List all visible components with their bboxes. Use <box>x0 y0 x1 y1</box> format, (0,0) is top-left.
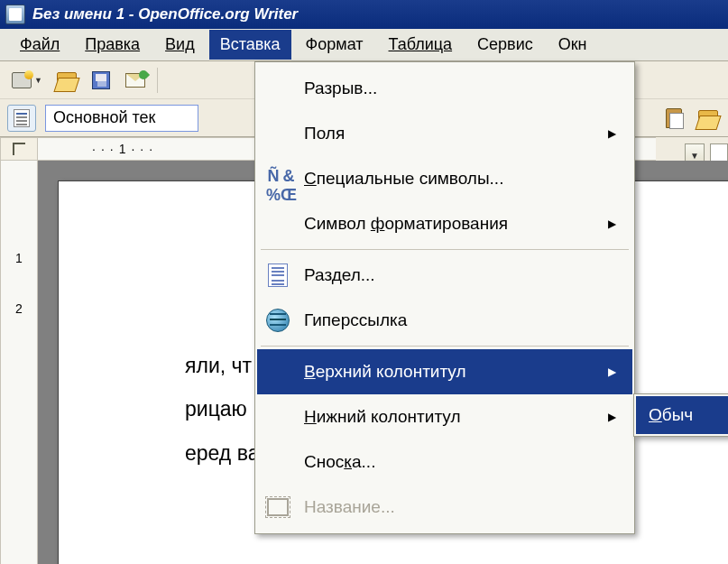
save-button[interactable] <box>87 66 115 95</box>
open-button[interactable] <box>52 66 81 95</box>
menu-separator <box>261 346 629 347</box>
new-icon <box>12 72 32 88</box>
menu-tools[interactable]: Сервис <box>466 30 544 60</box>
menu-bar: Файл Правка Вид Вставка Формат Таблица С… <box>0 29 728 61</box>
save-icon <box>92 71 110 89</box>
menu-edit[interactable]: Правка <box>74 30 151 60</box>
vertical-ruler[interactable]: 1 2 <box>0 161 38 564</box>
menu-item-footnote[interactable]: Сноска... <box>257 439 632 485</box>
paste-icon <box>666 108 682 128</box>
styles-icon <box>14 109 30 127</box>
menu-item-hyperlink[interactable]: Гиперссылка <box>257 298 632 343</box>
ruler-corner <box>0 137 38 161</box>
title-bar: Без имени 1 - OpenOffice.org Writer <box>0 0 728 29</box>
window-title: Без имени 1 - OpenOffice.org Writer <box>32 5 298 23</box>
insert-menu-dropdown: Разрыв... Поля ▶ Ñ&%Œ Специальные символ… <box>254 61 635 534</box>
hyperlink-icon <box>264 307 291 334</box>
special-chars-icon: Ñ&%Œ <box>264 165 291 192</box>
menu-item-header[interactable]: Верхний колонтитул ▶ <box>257 349 632 394</box>
submenu-arrow-icon: ▶ <box>608 411 616 423</box>
menu-separator <box>261 249 629 250</box>
paragraph-style-value: Основной тек <box>53 108 155 127</box>
submenu-item-default[interactable]: Обыч <box>636 396 728 434</box>
menu-item-caption: Название... <box>257 485 632 530</box>
menu-insert[interactable]: Вставка <box>209 30 291 60</box>
menu-item-break[interactable]: Разрыв... <box>257 66 632 111</box>
folder-open-icon <box>57 72 77 88</box>
menu-item-footer[interactable]: Нижний колонтитул ▶ <box>257 394 632 439</box>
section-icon <box>264 262 291 289</box>
header-submenu: Обыч <box>633 393 728 437</box>
submenu-arrow-icon: ▶ <box>608 217 616 230</box>
styles-button[interactable] <box>7 105 36 132</box>
paste-button[interactable] <box>659 104 688 133</box>
folder-icon <box>698 110 718 126</box>
menu-file[interactable]: Файл <box>9 30 70 60</box>
paragraph-style-combo[interactable]: Основной тек <box>45 105 198 132</box>
mail-icon <box>125 73 145 88</box>
app-icon <box>5 5 25 24</box>
toolbar-right-fragment <box>656 99 728 137</box>
submenu-arrow-icon: ▶ <box>608 127 616 140</box>
frame-icon <box>264 494 291 521</box>
new-button[interactable]: ▼ <box>7 66 47 95</box>
menu-window[interactable]: Окн <box>548 30 598 60</box>
menu-item-section[interactable]: Раздел... <box>257 253 632 298</box>
menu-item-fields[interactable]: Поля ▶ <box>257 111 632 156</box>
separator <box>157 68 158 93</box>
menu-view[interactable]: Вид <box>154 30 206 60</box>
open-button-2[interactable] <box>694 104 723 133</box>
menu-item-formatting-mark[interactable]: Символ форматирования ▶ <box>257 201 632 246</box>
menu-table[interactable]: Таблица <box>378 30 464 60</box>
menu-item-special-chars[interactable]: Ñ&%Œ Специальные символы... <box>257 156 632 201</box>
menu-format[interactable]: Формат <box>295 30 374 60</box>
submenu-arrow-icon: ▶ <box>608 365 616 378</box>
mail-button[interactable] <box>121 66 150 95</box>
